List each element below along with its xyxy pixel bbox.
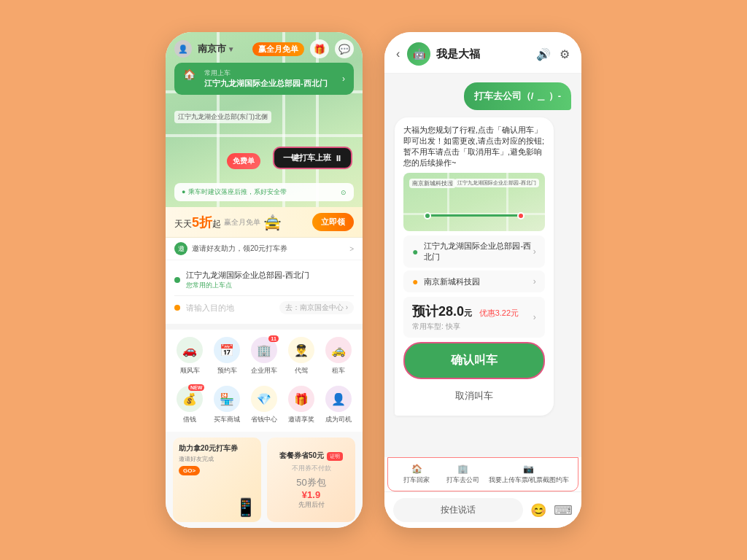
left-phone: 👤 南京市 ▼ 赢全月免单 🎁 💬 🏠 常用上车 江宁九龙湖国际企业总部园- [166,32,363,528]
savings-icon: 💎 [251,386,277,412]
to-arrow: › [533,276,536,287]
grid-item-enterprise[interactable]: 🏢 11 企业用车 [247,337,281,376]
home-icon: 🏠 [183,69,196,80]
grid-item-market[interactable]: 🏪 买车商城 [210,386,244,424]
right-phone: ‹ 🤖 我是大福 🔊 ⚙ 打车去公司（/ ＿ ）- 大福为您规划了行程,点击「确… [384,32,581,528]
to-location: 南京新城科技园 [424,276,480,287]
emoji-icon[interactable]: 😊 [530,502,546,518]
map-area: 👤 南京市 ▼ 赢全月免单 🎁 💬 🏠 常用上车 江宁九龙湖国际企业总部园- [166,32,363,207]
grid-item-become-driver[interactable]: 👤 成为司机 [322,386,355,424]
loan-badge: NEW [188,384,204,391]
from-location-sublabel: 您常用的上车点 [186,281,354,290]
city-selector[interactable]: 👤 南京市 ▼ [174,40,235,58]
become-driver-label: 成为司机 [325,415,352,424]
to-location-hint[interactable]: 去：南京国金中心 › [279,301,354,314]
earn-promo-sub: 邀请好友完成 [179,455,255,463]
grid-item-loan[interactable]: 💰 NEW 借钱 [173,386,206,424]
invite-arrow-icon: > [349,245,354,253]
nearby-label: 江宁九龙湖企业总部(东门)北侧 [174,111,271,123]
become-driver-icon: 👤 [325,386,352,412]
city-arrow-icon: ▼ [228,45,235,53]
voice-button[interactable]: 按住说话 [393,498,523,522]
route-dot-start [424,212,431,219]
bot-message-text: 大福为您规划了行程,点击「确认用车」即可出发！如需更改,请点击对应的按钮;暂不用… [403,125,545,168]
reservation-icon: 📅 [214,337,240,363]
from-location-row: 江宁九龙湖国际企业总部园-西北门 您常用的上车点 [174,266,354,294]
map-location-card[interactable]: 🏠 常用上车 江宁九龙湖国际企业总部园-西北门 › [174,63,354,95]
settings-icon[interactable]: ⚙ [560,47,570,61]
safety-dot: ● [182,188,185,195]
from-icon: ● [412,246,418,257]
package-sub: 不用券不付款 [292,464,331,473]
claim-button[interactable]: 立即领 [312,213,354,231]
grid-item-rental[interactable]: 🚕 租车 [322,337,355,376]
location-row-from[interactable]: ● 江宁九龙湖国际企业总部园-西北门 › [403,236,545,268]
price-discount: 优惠3.22元 [479,308,519,317]
to-location-row[interactable]: 请输入目的地 去：南京国金中心 › [174,298,354,318]
grid-row-1: 🚗 顺风车 📅 预约车 🏢 11 企业用车 👨‍✈️ 代驾 🚕 租车 [166,324,363,383]
price-arrow: › [533,312,536,322]
location-rows: ● 江宁九龙湖国际企业总部园-西北门 › ● 南京新城科技园 › [403,236,545,292]
gift-icon[interactable]: 🎁 [310,39,329,58]
upload-ticket-button[interactable]: 📷 我要上传车票/机票截图约车 [489,464,570,485]
invite-bar[interactable]: 邀 邀请好友助力，领20元打车券 > [166,238,363,260]
to-icon: ● [412,276,418,287]
grid-item-savings[interactable]: 💎 省钱中心 [247,386,281,424]
price-label: 预计28.0元 [412,307,475,318]
gps-icon[interactable]: ⊙ [341,189,347,196]
grid-item-invite[interactable]: 🎁 邀请享奖 [285,386,318,424]
location-type-label: 常用上车 [204,69,328,78]
go-home-button[interactable]: 🏠 打车回家 [397,464,437,485]
upload-ticket-icon: 📷 [523,464,534,474]
bot-name: 我是大福 [436,47,536,61]
earn-go-button[interactable]: GO> [179,466,200,475]
voucher-card[interactable]: 套餐券省50元 证明 不用券不付款 50券包 ¥1.9 先用后付 [267,438,355,522]
from-location-name: 江宁九龙湖国际企业总部园-西北门 [186,270,354,281]
header-icons: 🔊 ⚙ [536,47,570,61]
location-name: 江宁九龙湖国际企业总部园-西北门 [204,78,328,89]
invite-avatar: 邀 [174,242,187,255]
back-button[interactable]: ‹ [396,47,400,61]
price-row[interactable]: 预计28.0元 优惠3.22元 常用车型: 快享 › [403,297,545,338]
user-avatar: 👤 [174,40,192,58]
city-name[interactable]: 南京市 [198,42,226,55]
location-row-to[interactable]: ● 南京新城科技园 › [403,271,545,292]
voucher-note: 先用后付 [298,500,325,510]
message-icon[interactable]: 💬 [335,39,354,58]
location-card-arrow: › [342,74,345,84]
route-dot-end [517,212,525,219]
savings-label: 省钱中心 [251,415,277,424]
earn-promo-card[interactable]: 助力拿20元打车券 邀请好友完成 GO> 📱 [173,438,261,522]
from-arrow: › [533,246,536,257]
to-location-placeholder[interactable]: 请输入目的地 [186,303,274,314]
package-title: 套餐券省50元 [279,451,324,461]
from-dot [174,277,180,283]
grid-item-reservation[interactable]: 📅 预约车 [210,337,244,376]
safety-tip[interactable]: ●乘车时建议落座后推，系好安全带 ⊙ [174,183,354,201]
enterprise-icon: 🏢 11 [251,337,277,363]
route-map-mini: 南京新城科技园 江宁九龙湖国际企业总部园-西北门 [403,173,545,231]
bot-message-bubble: 大福为您规划了行程,点击「确认用车」即可出发！如需更改,请点击对应的按钮;暂不用… [395,117,554,416]
driver-icon: 👨‍✈️ [288,337,314,363]
free-badge: 免费单 [227,153,260,169]
map-top-bar: 👤 南京市 ▼ 赢全月免单 🎁 💬 [166,39,363,58]
go-office-button[interactable]: 🏢 打车去公司 [443,464,483,485]
cancel-ride-button[interactable]: 取消叫车 [403,384,545,408]
earn-illustration: 📱 [235,497,257,518]
confirm-ride-button[interactable]: 确认叫车 [403,342,545,379]
grid-item-carpooling[interactable]: 🚗 顺风车 [173,337,206,376]
quick-actions-bar: 🏠 打车回家 🏢 打车去公司 📷 我要上传车票/机票截图约车 [387,457,578,491]
volume-icon[interactable]: 🔊 [536,47,551,61]
enterprise-badge: 11 [268,335,279,342]
loan-icon: 💰 NEW [177,386,203,412]
voucher-amount-label: 50券包 [296,476,325,489]
invite-reward-label: 邀请享奖 [288,415,314,424]
user-message-bubble: 打车去公司（/ ＿ ）- [464,82,571,110]
bottom-promos: 助力拿20元打车券 邀请好友完成 GO> 📱 套餐券省50元 证明 不用券不付款… [166,432,363,528]
quick-ride-button[interactable]: 一键打车上班 ⏸ [273,147,352,169]
grid-item-driver[interactable]: 👨‍✈️ 代驾 [285,337,318,376]
promo-prefix: 天天5折起 [174,214,221,231]
chat-header: ‹ 🤖 我是大福 🔊 ⚙ [384,32,581,74]
promo-badge[interactable]: 赢全月免单 [252,42,304,56]
keyboard-icon[interactable]: ⌨ [554,502,573,518]
